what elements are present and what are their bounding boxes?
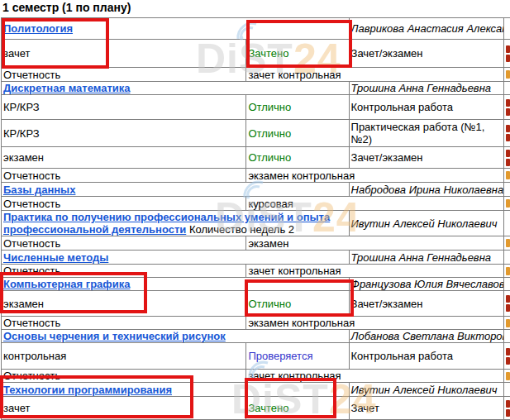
work-type-cell: Зачет/экзамен	[349, 147, 503, 169]
grade-value-cell: Отлично	[246, 95, 349, 120]
teacher-name-cell: Лаврикова Анастасия Александровна	[349, 18, 503, 40]
clipped-edge-column-cell	[503, 211, 510, 236]
course-link[interactable]: Политология	[3, 22, 73, 35]
grade-status-text: Проверяется	[248, 350, 312, 362]
course-link[interactable]: Базы данных	[3, 184, 75, 196]
work-type-cell: Практическая работа (№1, №2)	[349, 120, 503, 147]
clipped-edge-column-cell	[503, 82, 510, 95]
course-row: Базы данныхНабродова Ирина Николаевна	[2, 183, 510, 197]
clipped-red-text-fragment	[506, 108, 510, 116]
clipped-edge-column-cell	[503, 397, 510, 420]
grade-row: экзаменОтличноЗачет/экзамен	[2, 291, 510, 317]
report-row: Отчетностьзачет контрольная	[2, 265, 510, 278]
course-name-cell: Основы черчения и технический рисунок	[2, 330, 350, 343]
assessment-label-cell: экзамен	[2, 147, 246, 169]
clipped-orange-text-fragment	[506, 239, 510, 247]
clipped-red-text-fragment	[506, 357, 510, 365]
course-name-cell: Технологии программирования	[2, 383, 350, 397]
course-row: Основы черчения и технический рисунокЛоб…	[2, 330, 510, 343]
course-row: Практика по получению профессиональных у…	[2, 211, 510, 236]
teacher-name-cell: Ивутин Алексей Николаевич	[349, 383, 503, 397]
clipped-red-text-fragment	[506, 159, 510, 166]
teacher-name-cell: Трошина Анна Геннадьевна	[349, 82, 503, 95]
clipped-edge-column-cell	[503, 278, 510, 291]
grades-table-wrap: ПолитологияЛаврикова Анастасия Александр…	[1, 17, 510, 420]
report-label-cell: Отчетность	[2, 68, 246, 82]
clipped-edge-column-cell	[503, 120, 510, 147]
course-row: Численные методыТрошина Анна Геннадьевна	[2, 251, 510, 265]
clipped-red-text-fragment	[506, 348, 510, 356]
teacher-name-cell: Ивутин Алексей Николаевич	[349, 211, 503, 236]
grade-status-text: Отлично	[248, 101, 291, 113]
report-value-cell: экзамен контрольная	[246, 317, 503, 330]
report-row: Отчетностькурсовая	[2, 197, 510, 211]
clipped-red-text-fragment	[506, 295, 510, 303]
report-label-cell: Отчетность	[2, 370, 246, 383]
clipped-edge-column-cell	[503, 343, 510, 370]
clipped-edge-column-cell	[503, 197, 510, 211]
clipped-orange-text-fragment	[506, 199, 510, 208]
clipped-orange-text-fragment	[506, 70, 510, 79]
teacher-name-cell: Французова Юлия Вячеславовна	[349, 278, 503, 291]
grade-row: КР/КРЗОтличноКонтрольная работа	[2, 95, 510, 120]
clipped-red-text-fragment	[506, 55, 510, 62]
report-value-cell: зачет контрольная	[246, 265, 503, 278]
clipped-edge-column-cell	[503, 383, 510, 397]
teacher-name-cell: Лобанова Светлана Викторовна	[349, 330, 503, 343]
teacher-name-cell: Трошина Анна Геннадьевна	[349, 251, 503, 265]
grade-value-cell: Зачтено	[246, 40, 349, 68]
course-name-cell: Дискретная математика	[2, 82, 350, 95]
assessment-label-cell: зачет	[2, 40, 246, 68]
course-weeks-note: Количество недель 2	[189, 223, 294, 236]
clipped-edge-column-cell	[503, 317, 510, 330]
clipped-red-text-fragment	[506, 400, 510, 408]
clipped-edge-column-cell	[503, 40, 510, 68]
report-value-cell: экзамен	[246, 236, 503, 251]
clipped-orange-text-fragment	[506, 267, 510, 275]
course-name-cell: Базы данных	[2, 183, 350, 197]
report-label-cell: Отчетность	[2, 317, 246, 330]
grade-status-text: Отлично	[248, 151, 291, 164]
grade-value-cell: Отлично	[246, 120, 349, 147]
assessment-label-cell: экзамен	[2, 291, 246, 317]
work-type-cell: Зачет/экзамен	[349, 291, 503, 317]
course-link[interactable]: Компьютерная графика	[3, 278, 130, 290]
grade-value-cell: Отлично	[246, 291, 349, 317]
report-value-cell: курсовая	[246, 197, 503, 211]
report-label-cell: Отчетность	[2, 236, 246, 251]
work-type-cell: Контрольная работа	[349, 343, 503, 370]
report-row: Отчетностьэкзамен контрольная	[2, 169, 510, 183]
clipped-red-text-fragment	[506, 304, 510, 312]
course-link[interactable]: Дискретная математика	[3, 82, 131, 94]
clipped-edge-column-cell	[503, 251, 510, 265]
clipped-edge-column-cell	[503, 95, 510, 120]
grade-status-text: Отлично	[248, 298, 291, 310]
grade-row: экзаменОтличноЗачет/экзамен	[2, 147, 510, 169]
clipped-red-text-fragment	[506, 409, 510, 417]
course-name-cell: Компьютерная графика	[2, 278, 350, 291]
teacher-name-cell: Набродова Ирина Николаевна	[349, 183, 503, 197]
clipped-edge-column-cell	[503, 147, 510, 169]
assessment-label-cell: КР/КРЗ	[2, 95, 246, 120]
grade-row: контрольнаяПроверяетсяКонтрольная работа	[2, 343, 510, 370]
report-row: Отчетностьзачет контрольная	[2, 370, 510, 383]
work-type-cell: Зачет	[349, 397, 503, 420]
grades-table: ПолитологияЛаврикова Анастасия Александр…	[1, 17, 510, 420]
course-link[interactable]: Основы черчения и технический рисунок	[3, 330, 226, 342]
grade-row: зачетЗачтеноЗачет/экзамен	[2, 40, 510, 68]
report-label-cell: Отчетность	[2, 265, 246, 278]
clipped-red-text-fragment	[506, 125, 510, 132]
page-title: 1 семестр (1 по плану)	[2, 1, 131, 14]
course-row: Компьютерная графикаФранцузова Юлия Вяче…	[2, 278, 510, 291]
clipped-edge-column-cell	[503, 370, 510, 383]
grade-status-text: Отлично	[248, 127, 291, 140]
course-row: ПолитологияЛаврикова Анастасия Александр…	[2, 18, 510, 40]
report-value-cell: зачет контрольная	[246, 68, 503, 82]
report-value-cell: экзамен контрольная	[246, 169, 503, 183]
clipped-edge-column-cell	[503, 68, 510, 82]
course-name-cell: Численные методы	[2, 251, 350, 265]
clipped-edge-column-cell	[503, 291, 510, 317]
course-link[interactable]: Численные методы	[3, 251, 108, 264]
course-link[interactable]: Технологии программирования	[3, 384, 172, 396]
grade-row: КР/КРЗОтличноПрактическая работа (№1, №2…	[2, 120, 510, 147]
